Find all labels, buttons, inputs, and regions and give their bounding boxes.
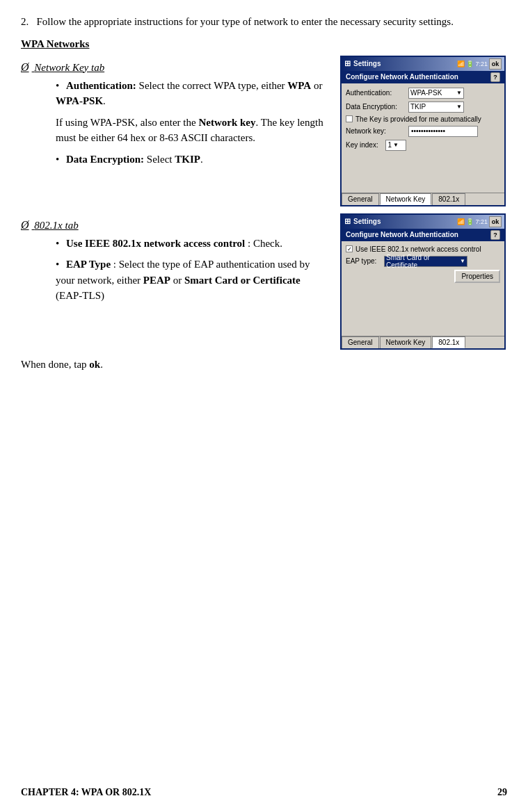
network-key-field-label: Network key:: [346, 127, 408, 135]
ieee-checkbox-label: Use IEEE 802.1x network access control: [355, 245, 481, 253]
auth-value: WPA-PSK: [410, 89, 442, 97]
network-key-bullets: Authentication: Select the correct WPA t…: [35, 78, 326, 168]
dialog1-titlebar: ⊞ Settings 📶 🔋 7:21 ok: [342, 57, 504, 71]
network-key-control: ••••••••••••••: [408, 126, 500, 137]
ieee-checkbox[interactable]: ✓: [346, 245, 353, 252]
dialog2-titlebar-left: ⊞ Settings: [344, 217, 381, 226]
data-enc-label: Data Encryption:: [66, 154, 144, 165]
dialog1-tabs: General Network Key 802.1x: [342, 193, 504, 205]
titlebar-right: 📶 🔋 7:21 ok: [457, 58, 502, 70]
wpa-psk-note: If using WPA-PSK, also enter the Network…: [56, 115, 326, 146]
dialog2-container: ⊞ Settings 📶 🔋 7:21 ok Configure Networ: [340, 213, 507, 350]
page-content: 2. Follow the appropriate instructions f…: [0, 0, 528, 400]
windows-logo: ⊞: [344, 59, 351, 68]
key-index-select[interactable]: 1 ▼: [385, 140, 406, 151]
dialog2-tabs: General Network Key 802.1x: [342, 336, 504, 348]
data-enc-value: TKIP: [410, 103, 426, 111]
network-key-left: Ø Network Key tab Authentication: Select…: [21, 56, 326, 173]
eap-type-select[interactable]: Smart Card or Certificate ▼: [384, 256, 467, 267]
auth-control: WPA-PSK ▼: [408, 88, 500, 99]
properties-button[interactable]: Properties: [454, 270, 500, 283]
step-number: 2.: [21, 16, 29, 27]
ieee-checkbox-row: ✓ Use IEEE 802.1x network access control: [346, 245, 500, 253]
eap-type-row: EAP type: Smart Card or Certificate ▼: [346, 256, 500, 267]
bullet-ieee: Use IEEE 802.1x network access control :…: [56, 236, 326, 252]
bullet-data-encryption: Data Encryption: Select TKIP.: [56, 152, 326, 168]
tab-network-key[interactable]: Network Key: [380, 193, 432, 205]
dialog2-help-button[interactable]: ?: [490, 230, 500, 240]
page-number: 29: [497, 787, 507, 798]
network-key-value: ••••••••••••••: [411, 127, 445, 135]
dialog2-titlebar: ⊞ Settings 📶 🔋 7:21 ok: [342, 215, 504, 229]
tab-general[interactable]: General: [342, 193, 379, 205]
dialog1-help-button[interactable]: ?: [490, 72, 500, 82]
step-text: Follow the appropriate instructions for …: [37, 16, 454, 27]
dialog1-body: Authentication: WPA-PSK ▼ Data Encryptio…: [342, 83, 504, 190]
auth-select[interactable]: WPA-PSK ▼: [408, 88, 464, 99]
auth-row: Authentication: WPA-PSK ▼: [346, 88, 500, 99]
data-enc-row: Data Encryption: TKIP ▼: [346, 102, 500, 113]
dialog2-header-bar: Configure Network Authentication ?: [342, 229, 504, 241]
dot1x-section: Ø 802.1x tab Use IEEE 802.1x network acc…: [21, 213, 507, 350]
auto-key-label: The Key is provided for me automatically: [355, 115, 481, 123]
ok-bold: ok: [89, 359, 100, 370]
chapter-label: CHAPTER 4: WPA OR 802.1X: [21, 787, 151, 798]
key-index-arrow: ▼: [393, 142, 399, 148]
dot1x-left: Ø 802.1x tab Use IEEE 802.1x network acc…: [21, 213, 326, 309]
data-enc-control: TKIP ▼: [408, 102, 500, 113]
signal-icon2: 📶: [457, 218, 465, 225]
key-index-value: 1: [387, 141, 392, 149]
data-enc-arrow: ▼: [456, 104, 462, 110]
step-intro: 2. Follow the appropriate instructions f…: [21, 14, 507, 30]
bullet-authentication: Authentication: Select the correct WPA t…: [56, 78, 326, 109]
auto-key-checkbox[interactable]: [346, 115, 353, 122]
eap-select-arrow: ▼: [460, 258, 465, 264]
auth-label: Authentication:: [66, 80, 136, 91]
network-key-input[interactable]: ••••••••••••••: [408, 126, 478, 137]
ieee-label: Use IEEE 802.1x network access control: [66, 238, 245, 249]
dialog1-ok-button[interactable]: ok: [489, 58, 502, 70]
data-enc-select[interactable]: TKIP ▼: [408, 102, 464, 113]
signal-icon: 📶: [457, 60, 465, 67]
auth-dropdown-arrow: ▼: [456, 90, 462, 96]
oe-symbol2: Ø: [21, 219, 29, 231]
oe-symbol: Ø: [21, 61, 29, 73]
dialog2-body: ✓ Use IEEE 802.1x network access control…: [342, 241, 504, 333]
properties-row: Properties: [346, 270, 500, 283]
dialog2-tab-802-1x[interactable]: 802.1x: [432, 336, 465, 348]
wpa-heading: WPA Networks: [21, 38, 507, 50]
wpa-network-key-section: Ø Network Key tab Authentication: Select…: [21, 56, 507, 206]
time-display: 7:21: [475, 60, 488, 67]
eap-type-label: EAP type:: [346, 257, 384, 265]
time-display2: 7:21: [475, 218, 488, 225]
auto-key-row: The Key is provided for me automatically: [346, 115, 500, 123]
eap-label: EAP Type: [66, 259, 111, 270]
battery-icon2: 🔋: [466, 218, 474, 225]
dialog2-tab-network-key[interactable]: Network Key: [380, 336, 432, 348]
titlebar-left: ⊞ Settings: [344, 59, 381, 68]
key-index-label: Key index:: [346, 141, 378, 149]
dot1x-bullets: Use IEEE 802.1x network access control :…: [35, 236, 326, 304]
data-enc-field-label: Data Encryption:: [346, 103, 408, 111]
dialog1-header-text: Configure Network Authentication: [346, 73, 458, 81]
auth-field-label: Authentication:: [346, 89, 408, 97]
bullet-eap: EAP Type : Select the type of EAP authen…: [56, 257, 326, 304]
dialog2-title: Settings: [353, 218, 381, 225]
battery-icon: 🔋: [466, 60, 474, 67]
when-done-text: When done, tap ok.: [21, 357, 507, 373]
dot1x-tab-label: Ø 802.1x tab: [21, 219, 326, 232]
key-index-row: Key index: 1 ▼: [346, 140, 500, 151]
dialog2-header-text: Configure Network Authentication: [346, 231, 458, 238]
windows-logo2: ⊞: [344, 217, 351, 226]
tab-802-1x[interactable]: 802.1x: [432, 193, 465, 205]
chapter-footer: CHAPTER 4: WPA OR 802.1X 29: [0, 787, 528, 798]
dialog1-header-bar: Configure Network Authentication ?: [342, 71, 504, 83]
dialog1: ⊞ Settings 📶 🔋 7:21 ok Configure Networ: [340, 56, 506, 206]
dialog1-blank-area: [346, 154, 500, 188]
dialog2-ok-button[interactable]: ok: [489, 216, 502, 227]
dialog2-blank-area: [346, 283, 500, 332]
dialog1-container: ⊞ Settings 📶 🔋 7:21 ok Configure Networ: [340, 56, 507, 206]
dialog2-tab-general[interactable]: General: [342, 336, 379, 348]
dialog1-title: Settings: [353, 60, 381, 67]
network-key-tab-label: Ø Network Key tab: [21, 61, 326, 74]
